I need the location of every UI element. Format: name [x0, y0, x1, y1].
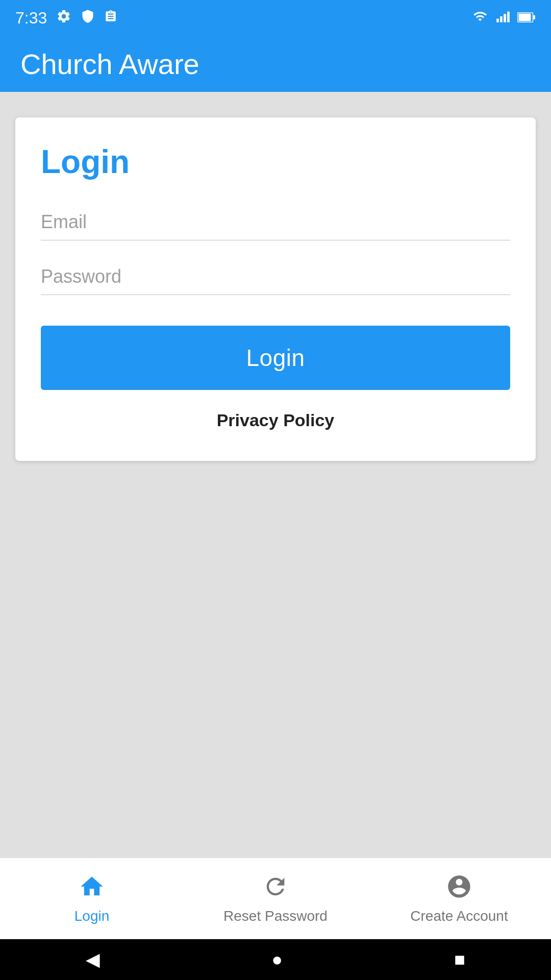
nav-label-create-account: Create Account [410, 908, 508, 924]
nav-item-create-account[interactable]: Create Account [367, 873, 551, 924]
refresh-icon [262, 873, 289, 904]
bottom-nav: Login Reset Password Create Account [0, 857, 551, 939]
email-input[interactable] [41, 206, 510, 240]
clipboard-icon [104, 10, 117, 27]
system-nav: ◀ ● ■ [0, 939, 551, 980]
status-bar: 7:33 [0, 0, 551, 36]
app-title: Church Aware [20, 47, 199, 81]
svg-rect-1 [500, 16, 503, 22]
svg-rect-3 [507, 11, 510, 22]
nav-item-reset-password[interactable]: Reset Password [184, 873, 367, 924]
back-button[interactable]: ◀ [86, 949, 100, 970]
password-input[interactable] [41, 261, 510, 295]
svg-rect-5 [519, 14, 531, 21]
svg-rect-2 [504, 14, 506, 22]
home-icon [79, 873, 105, 904]
status-time: 7:33 [15, 9, 47, 28]
shield-icon [81, 9, 95, 27]
app-header: Church Aware [0, 36, 551, 92]
privacy-policy-link[interactable]: Privacy Policy [41, 410, 510, 430]
recent-button[interactable]: ■ [454, 949, 465, 970]
login-card: Login Login Privacy Policy [15, 117, 536, 461]
svg-rect-6 [533, 15, 535, 19]
wifi-icon [471, 9, 489, 27]
svg-rect-0 [496, 18, 499, 22]
account-circle-icon [446, 873, 472, 904]
settings-icon [56, 9, 71, 28]
status-right [471, 9, 536, 27]
status-left: 7:33 [15, 9, 117, 28]
home-button[interactable]: ● [271, 949, 283, 970]
nav-label-reset-password: Reset Password [223, 908, 328, 924]
signal-icon [496, 9, 510, 27]
login-heading: Login [41, 143, 510, 181]
login-button[interactable]: Login [41, 326, 510, 390]
main-content: Login Login Privacy Policy [0, 92, 551, 857]
battery-icon [517, 10, 536, 26]
email-input-group [41, 206, 510, 240]
password-input-group [41, 261, 510, 295]
nav-label-login: Login [74, 908, 110, 924]
nav-item-login[interactable]: Login [0, 873, 184, 924]
